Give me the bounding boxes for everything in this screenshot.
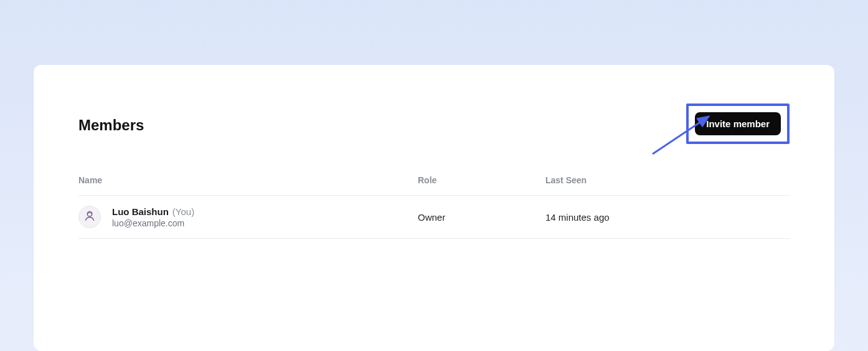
member-name-cell: Luo Baishun (You) luo@example.com	[78, 206, 418, 228]
member-role: Owner	[418, 212, 545, 223]
avatar	[78, 206, 101, 228]
member-lastseen: 14 minutes ago	[545, 212, 790, 223]
member-you-label: (You)	[172, 206, 194, 217]
page-title: Members	[78, 117, 144, 134]
table-header: Name Role Last Seen	[78, 175, 790, 196]
annotation-highlight-box: Invite member	[686, 103, 790, 144]
members-table: Name Role Last Seen Luo Bai	[78, 175, 790, 239]
invite-member-button[interactable]: Invite member	[695, 112, 781, 135]
header-row: Members Invite member	[78, 105, 790, 145]
column-header-role: Role	[418, 175, 545, 185]
member-email: luo@example.com	[112, 218, 194, 228]
member-name: Luo Baishun	[112, 206, 169, 217]
member-name-row: Luo Baishun (You)	[112, 206, 194, 217]
member-text-block: Luo Baishun (You) luo@example.com	[112, 206, 194, 228]
column-header-name: Name	[78, 175, 418, 185]
members-card: Members Invite member Name Role Last See…	[34, 65, 834, 351]
avatar-icon	[83, 209, 97, 225]
column-header-lastseen: Last Seen	[545, 175, 790, 185]
table-row: Luo Baishun (You) luo@example.com Owner …	[78, 196, 790, 239]
